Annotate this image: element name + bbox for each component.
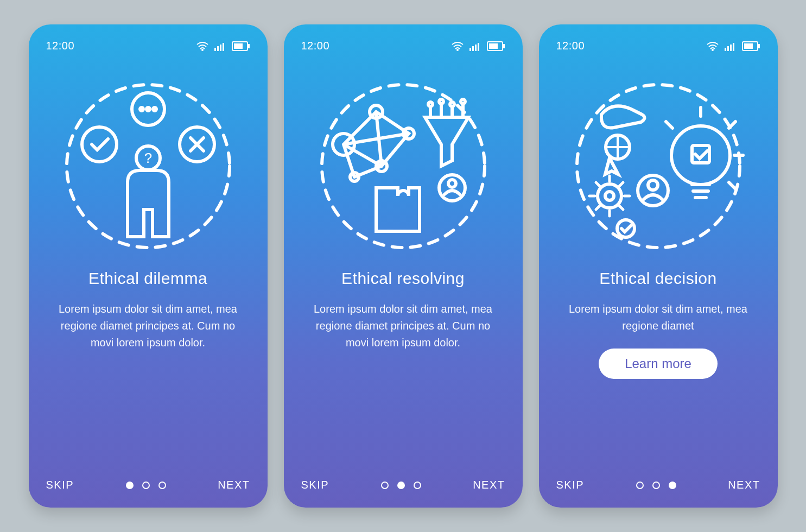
bottom-nav: SKIP NEXT: [556, 479, 760, 491]
svg-rect-7: [234, 43, 243, 49]
battery-icon: [232, 41, 250, 51]
dot-1[interactable]: [636, 482, 644, 489]
status-time: 12:00: [556, 40, 585, 52]
skip-button[interactable]: SKIP: [46, 479, 74, 491]
status-icons: [706, 41, 760, 51]
svg-point-32: [428, 102, 433, 106]
screen-title: Ethical resolving: [341, 269, 465, 288]
svg-rect-47: [758, 44, 760, 48]
bottom-nav: SKIP NEXT: [301, 479, 505, 491]
dot-2[interactable]: [142, 482, 150, 489]
content-block: Ethical dilemma Lorem ipsum dolor sit di…: [46, 269, 250, 351]
dot-1[interactable]: [126, 482, 134, 489]
svg-point-13: [82, 127, 117, 162]
hero-illustration: ?: [46, 63, 250, 269]
svg-point-11: [147, 107, 150, 111]
svg-line-60: [666, 122, 672, 128]
dot-3[interactable]: [158, 482, 166, 489]
svg-point-51: [598, 184, 621, 208]
svg-rect-45: [733, 43, 734, 51]
status-time: 12:00: [46, 40, 75, 52]
skip-button[interactable]: SKIP: [556, 479, 585, 491]
hero-illustration: [301, 63, 505, 269]
svg-rect-42: [725, 48, 726, 51]
svg-point-25: [322, 85, 485, 248]
status-bar: 12:00: [46, 40, 250, 52]
dot-2[interactable]: [397, 482, 405, 489]
status-icons: [196, 41, 250, 51]
svg-point-49: [577, 85, 740, 248]
status-time: 12:00: [301, 40, 330, 52]
content-block: Ethical decision Lorem ipsum dolor sit d…: [556, 269, 760, 379]
svg-rect-20: [475, 45, 477, 51]
onboarding-screen-2: 12:00 Ethical resolving Lorem ipsum dolo…: [284, 24, 523, 508]
page-dots: [381, 482, 421, 489]
svg-rect-48: [744, 43, 753, 49]
svg-point-17: [457, 49, 458, 50]
battery-icon: [487, 41, 505, 51]
svg-rect-44: [730, 45, 732, 51]
status-bar: 12:00: [556, 40, 760, 52]
dot-1[interactable]: [381, 482, 389, 489]
hero-illustration: [556, 63, 760, 269]
dot-3[interactable]: [414, 482, 421, 489]
svg-point-40: [448, 180, 456, 187]
svg-rect-2: [217, 46, 219, 51]
wifi-icon: [706, 41, 719, 51]
svg-rect-1: [214, 48, 216, 51]
screen-title: Ethical dilemma: [88, 269, 207, 288]
skip-button[interactable]: SKIP: [301, 479, 329, 491]
svg-line-59: [729, 122, 735, 128]
svg-rect-4: [223, 43, 224, 51]
svg-point-10: [140, 107, 143, 111]
svg-rect-24: [489, 43, 498, 49]
battery-icon: [742, 41, 760, 51]
bottom-nav: SKIP NEXT: [46, 479, 250, 491]
next-button[interactable]: NEXT: [728, 479, 760, 491]
svg-text:?: ?: [144, 150, 151, 166]
svg-rect-19: [472, 46, 474, 51]
svg-point-36: [450, 102, 454, 106]
dilemma-person-icon: ?: [61, 79, 235, 253]
svg-point-38: [461, 99, 465, 104]
dot-3[interactable]: [669, 482, 676, 489]
svg-rect-18: [469, 48, 471, 51]
screen-description: Lorem ipsum dolor sit dim amet, mea regi…: [561, 301, 756, 334]
next-button[interactable]: NEXT: [218, 479, 250, 491]
svg-rect-3: [220, 45, 221, 51]
svg-point-55: [648, 180, 658, 190]
svg-rect-6: [248, 44, 250, 48]
svg-line-62: [729, 182, 735, 189]
svg-point-0: [202, 49, 203, 50]
screen-title: Ethical decision: [599, 269, 716, 288]
svg-rect-23: [503, 44, 505, 48]
signal-icon: [469, 41, 481, 51]
onboarding-screen-3: 12:00 Et: [539, 24, 778, 508]
dot-2[interactable]: [652, 482, 660, 489]
page-dots: [636, 482, 676, 489]
screen-description: Lorem ipsum dolor sit dim amet, mea regi…: [50, 301, 246, 351]
learn-more-button[interactable]: Learn more: [599, 349, 718, 379]
svg-point-41: [712, 49, 713, 50]
next-button[interactable]: NEXT: [473, 479, 505, 491]
page-dots: [126, 482, 166, 489]
svg-point-52: [605, 192, 614, 200]
content-block: Ethical resolving Lorem ipsum dolor sit …: [301, 269, 505, 351]
signal-icon: [214, 41, 226, 51]
network-puzzle-icon: [316, 79, 490, 253]
status-icons: [451, 41, 505, 51]
wifi-icon: [196, 41, 209, 51]
wifi-icon: [451, 41, 464, 51]
svg-point-34: [439, 99, 443, 104]
lightbulb-decision-icon: [572, 79, 745, 253]
svg-rect-21: [478, 43, 479, 51]
screen-description: Lorem ipsum dolor sit dim amet, mea regi…: [306, 301, 501, 351]
status-bar: 12:00: [301, 40, 505, 52]
svg-rect-43: [727, 46, 729, 51]
signal-icon: [725, 41, 737, 51]
svg-point-12: [153, 107, 156, 111]
onboarding-screen-1: 12:00 ? Ethical dilemma Lorem ipsum dolo…: [29, 24, 268, 508]
